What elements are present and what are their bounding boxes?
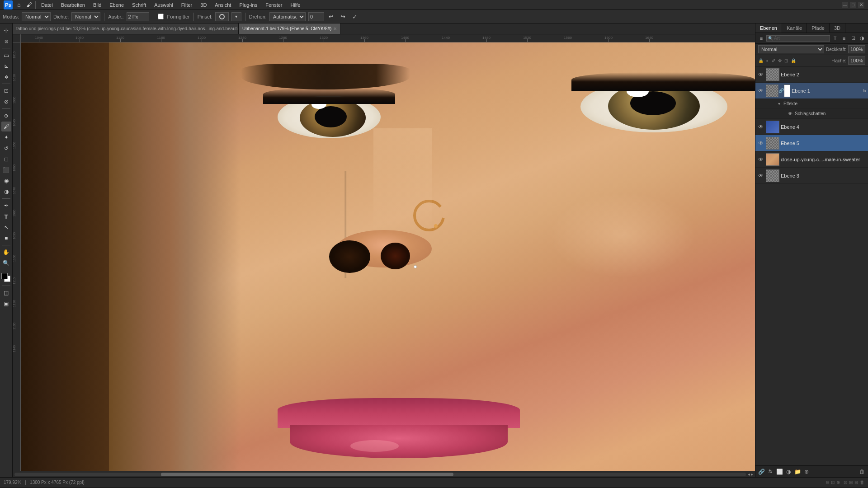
- layer-filter-btn[interactable]: ≡: [757, 34, 765, 42]
- menu-filter[interactable]: Filter: [178, 1, 196, 9]
- panel-tab-ebenen[interactable]: Ebenen: [755, 23, 782, 33]
- lock-transparent-icon[interactable]: ▪: [766, 58, 768, 63]
- layer-fx-btn[interactable]: fx: [766, 468, 774, 476]
- layer-item-ebene1[interactable]: 👁 🔗 Ebene 1 fx: [755, 83, 868, 99]
- formgitter-checkbox[interactable]: [158, 14, 164, 19]
- mode-select[interactable]: Normal: [22, 12, 51, 21]
- layer-vis-ebene5[interactable]: 👁: [757, 140, 764, 147]
- panel-tab-pfade[interactable]: Pfade: [807, 23, 830, 33]
- tool-lasso[interactable]: ⊾: [1, 61, 11, 71]
- status-zoom-in-btn[interactable]: ⊕: [836, 480, 840, 485]
- status-layer-btn4[interactable]: 🗑: [860, 480, 864, 485]
- status-layer-btn3[interactable]: ⊟: [854, 480, 858, 485]
- pinsel-option-btn[interactable]: ▾: [231, 12, 241, 21]
- blend-mode-select[interactable]: Normal: [758, 45, 824, 53]
- tool-stamp[interactable]: ✦: [1, 132, 11, 142]
- menu-bild[interactable]: Bild: [90, 1, 105, 9]
- tool-eyedropper[interactable]: ⊘: [1, 97, 11, 107]
- scroll-left-btn[interactable]: ◂: [748, 472, 750, 477]
- panel-tab-3d[interactable]: 3D: [830, 23, 845, 33]
- layer-vis-ebene4[interactable]: 👁: [757, 123, 764, 131]
- canvas-viewport[interactable]: [21, 42, 755, 471]
- tool-dodge[interactable]: ◑: [1, 187, 11, 197]
- fg-bg-colors[interactable]: [1, 273, 11, 283]
- status-zoom-btn[interactable]: ⊖: [826, 480, 829, 485]
- brush-icon[interactable]: 🖌: [24, 0, 33, 9]
- tool-screen-mode[interactable]: ▣: [1, 299, 11, 309]
- menu-datei[interactable]: Datei: [38, 1, 57, 9]
- lock-position-icon[interactable]: ✥: [778, 58, 782, 63]
- tool-pen[interactable]: ✒: [1, 201, 11, 211]
- lock-all-icon[interactable]: 🔒: [791, 58, 796, 63]
- menu-fenster[interactable]: Fenster: [262, 1, 286, 9]
- layer-smart-btn[interactable]: ⊡: [849, 34, 857, 42]
- status-layer-btn2[interactable]: ⊞: [849, 480, 853, 485]
- effect-vis-schlagschatten[interactable]: 👁: [787, 111, 793, 117]
- layer-link-btn[interactable]: 🔗: [757, 468, 765, 476]
- layer-vis-ebene3[interactable]: 👁: [757, 172, 764, 179]
- tool-zoom[interactable]: 🔍: [1, 258, 11, 268]
- layer-vis-photo[interactable]: 👁: [757, 156, 764, 163]
- layer-mode-btn[interactable]: ◑: [858, 34, 866, 42]
- density-select[interactable]: Normal: [71, 12, 100, 21]
- effect-group-arrow[interactable]: ▾: [778, 101, 780, 106]
- pinsel-size-btn[interactable]: [215, 12, 229, 21]
- layer-new-btn[interactable]: ⊕: [802, 468, 811, 476]
- status-fit-btn[interactable]: ⊡: [831, 480, 835, 485]
- tool-path-selection[interactable]: ↖: [1, 222, 11, 232]
- menu-schrift[interactable]: Schrift: [128, 1, 150, 9]
- drehen-select[interactable]: Automatisch: [269, 12, 306, 21]
- lock-image-icon[interactable]: ✐: [772, 58, 775, 63]
- close-button[interactable]: ✕: [858, 2, 864, 8]
- drehen-reset-icon[interactable]: ↩: [327, 12, 336, 21]
- opacity-input[interactable]: [848, 45, 865, 53]
- menu-plugins[interactable]: Plug-ins: [236, 1, 261, 9]
- tool-heal[interactable]: ⊕: [1, 111, 11, 121]
- tool-history-brush[interactable]: ↺: [1, 143, 11, 153]
- tool-mask-mode[interactable]: ◫: [1, 288, 11, 298]
- maximize-button[interactable]: □: [850, 2, 856, 8]
- tool-gradient[interactable]: ⬛: [1, 165, 11, 175]
- layer-delete-btn[interactable]: 🗑: [858, 468, 866, 476]
- layer-mask-btn[interactable]: ⬜: [775, 468, 783, 476]
- layer-item-ebene3[interactable]: 👁 Ebene 3: [755, 168, 868, 184]
- minimize-button[interactable]: —: [842, 2, 848, 8]
- tool-type[interactable]: T: [1, 211, 11, 221]
- menu-3d[interactable]: 3D: [197, 1, 210, 9]
- layer-type-btn[interactable]: T: [831, 34, 839, 42]
- layer-item-photo[interactable]: 👁 close-up-young-c...-male-in-sweater: [755, 151, 868, 168]
- tool-marquee[interactable]: ▭: [1, 50, 11, 60]
- menu-ansicht[interactable]: Ansicht: [211, 1, 235, 9]
- confirm-icon[interactable]: ✓: [350, 12, 359, 21]
- menu-auswahl[interactable]: Auswahl: [151, 1, 177, 9]
- drehen-value-input[interactable]: [308, 12, 324, 21]
- lock-artboard-icon[interactable]: ⊡: [784, 58, 788, 63]
- size-input[interactable]: [127, 12, 149, 21]
- layer-group-btn[interactable]: 📁: [793, 468, 802, 476]
- scrollbar-horizontal[interactable]: ◂ ▸: [13, 471, 755, 477]
- tool-shape[interactable]: ■: [1, 233, 11, 243]
- scrollbar-thumb[interactable]: [161, 473, 453, 476]
- tool-brush[interactable]: 🖌: [1, 122, 11, 131]
- home-icon[interactable]: ⌂: [14, 0, 24, 9]
- foreground-color[interactable]: [1, 273, 8, 279]
- status-layer-btn1[interactable]: ⊡: [844, 480, 847, 485]
- tab-main[interactable]: tattoo und piercings.psd bei 13,8% (clos…: [13, 23, 239, 34]
- panel-tab-kanaele[interactable]: Kanäle: [782, 23, 807, 33]
- tool-artboard[interactable]: ⊡: [1, 36, 11, 46]
- layer-vis-ebene2[interactable]: 👁: [757, 71, 764, 78]
- layer-attr-btn[interactable]: ≡: [840, 34, 848, 42]
- drehen-undo-icon[interactable]: ↪: [339, 12, 348, 21]
- fill-input[interactable]: [848, 56, 865, 65]
- menu-hilfe[interactable]: Hilfe: [287, 1, 304, 9]
- tool-crop[interactable]: ⊡: [1, 86, 11, 96]
- layer-item-ebene5[interactable]: 👁 Ebene 5: [755, 135, 868, 151]
- menu-bearbeiten[interactable]: Bearbeiten: [57, 1, 89, 9]
- menu-ebene[interactable]: Ebene: [106, 1, 127, 9]
- layer-item-ebene4[interactable]: 👁 Ebene 4: [755, 119, 868, 135]
- layer-item-ebene2[interactable]: 👁 Ebene 2: [755, 66, 868, 83]
- layer-vis-ebene1[interactable]: 👁: [757, 87, 764, 94]
- tab-second-close[interactable]: ✕: [333, 26, 337, 31]
- tool-blur[interactable]: ◉: [1, 176, 11, 186]
- tool-hand[interactable]: ✋: [1, 247, 11, 257]
